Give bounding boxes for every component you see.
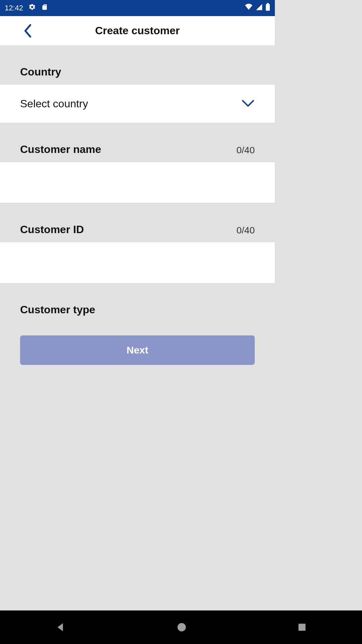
status-time: 12:42 [5, 4, 23, 12]
customer-id-input[interactable] [20, 242, 255, 283]
page-title: Create customer [95, 24, 180, 37]
svg-rect-1 [267, 3, 269, 4]
chevron-down-icon [241, 98, 255, 110]
next-button[interactable]: Next [20, 335, 255, 365]
next-button-wrap: Next [0, 322, 275, 365]
back-button[interactable] [23, 24, 32, 38]
sd-card-icon [41, 3, 48, 13]
customer-type-label-row: Customer type [0, 283, 275, 322]
country-label-row: Country [0, 46, 275, 84]
customer-type-label: Customer type [20, 304, 95, 316]
customer-id-label: Customer ID [20, 223, 84, 236]
customer-name-counter: 0/40 [237, 145, 255, 156]
customer-id-input-row [0, 242, 275, 283]
customer-name-label: Customer name [20, 143, 101, 156]
customer-name-label-row: Customer name 0/40 [0, 123, 275, 162]
customer-id-label-row: Customer ID 0/40 [0, 203, 275, 242]
svg-rect-0 [266, 4, 270, 11]
form-content: Country Select country Customer name 0/4… [0, 46, 275, 365]
gear-icon [28, 3, 36, 13]
customer-name-input[interactable] [20, 162, 255, 203]
status-bar: 12:42 [0, 0, 275, 16]
status-left: 12:42 [5, 3, 48, 13]
wifi-icon [245, 3, 253, 13]
country-select[interactable]: Select country [0, 84, 275, 123]
country-label: Country [20, 66, 61, 78]
customer-name-input-row [0, 162, 275, 203]
signal-icon [255, 3, 263, 13]
battery-icon [265, 3, 270, 13]
app-header: Create customer [0, 16, 275, 46]
country-select-text: Select country [20, 98, 88, 110]
customer-id-counter: 0/40 [237, 225, 255, 236]
status-right [245, 3, 270, 13]
